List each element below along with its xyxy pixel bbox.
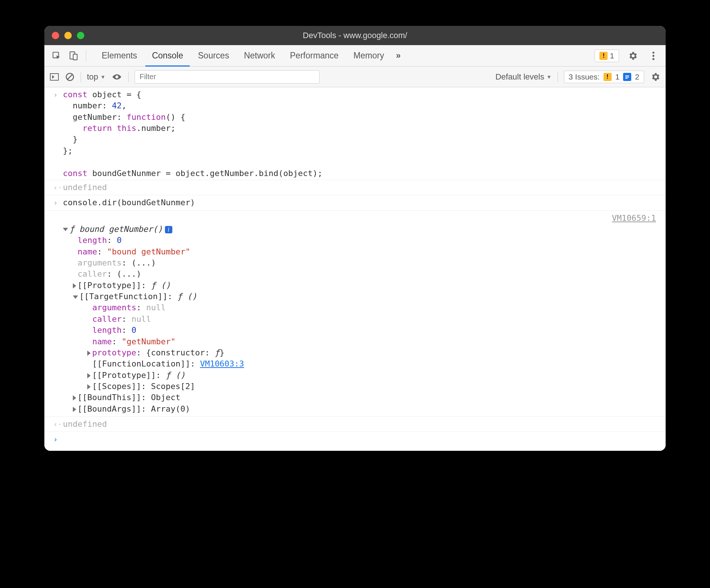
filter-input[interactable] <box>135 70 320 84</box>
log-levels-selector[interactable]: Default levels ▼ <box>496 72 552 82</box>
separator <box>558 72 558 82</box>
issues-warn-count: 1 <box>615 72 620 81</box>
tab-memory[interactable]: Memory <box>347 45 391 66</box>
prop-key: length <box>78 236 107 245</box>
prop-key: prototype <box>92 348 136 357</box>
svg-line-8 <box>68 74 72 79</box>
warning-icon: ! <box>599 52 608 60</box>
prop-val: null <box>146 303 166 312</box>
window-title: DevTools - www.google.com/ <box>303 31 407 40</box>
window-controls <box>52 32 84 39</box>
input-prompt-icon: › <box>53 435 58 444</box>
issues-info-count: 2 <box>635 72 639 81</box>
chevron-down-icon: ▼ <box>101 74 106 80</box>
toggle-sidebar-icon[interactable] <box>50 73 59 81</box>
console-settings-icon[interactable] <box>650 72 660 82</box>
prop-val: ƒ () <box>177 292 197 301</box>
svg-point-3 <box>652 51 654 53</box>
context-label: top <box>87 72 98 82</box>
expand-toggle[interactable] <box>87 371 92 380</box>
prop-val: "getNumber" <box>122 337 176 346</box>
expand-toggle[interactable] <box>87 348 92 357</box>
prop-val: {constructor: ƒ} <box>146 348 224 357</box>
issues-label: 3 Issues: <box>569 72 600 81</box>
tab-performance[interactable]: Performance <box>283 45 345 66</box>
device-toolbar-icon[interactable] <box>67 49 81 63</box>
prop-key: [[BoundArgs]] <box>78 404 141 413</box>
prop-val: ƒ () <box>151 281 170 290</box>
console-input-block: › const object = { number: 42, getNumber… <box>44 87 666 180</box>
tabs-overflow-button[interactable]: » <box>392 45 405 66</box>
prop-val: "bound getNumber" <box>107 247 190 256</box>
prop-val: 0 <box>131 325 136 335</box>
svg-point-4 <box>652 55 654 57</box>
live-expression-icon[interactable] <box>111 73 122 81</box>
prop-key: [[FunctionLocation]] <box>92 359 190 368</box>
inspect-element-icon[interactable] <box>50 49 64 63</box>
prop-key: [[Scopes]] <box>92 382 141 391</box>
clear-console-icon[interactable] <box>65 72 75 82</box>
dir-call: console.dir(boundGetNunmer) <box>63 197 660 208</box>
separator <box>81 72 81 82</box>
result-undefined: undefined <box>63 419 660 430</box>
prop-key: arguments <box>78 258 122 267</box>
info-icon <box>623 73 631 81</box>
close-window-button[interactable] <box>52 32 59 39</box>
prop-key: name <box>78 247 97 256</box>
code-snippet: const object = { number: 42, getNumber: … <box>63 89 660 179</box>
main-tabbar: Elements Console Sources Network Perform… <box>44 45 666 67</box>
warnings-count: 1 <box>610 51 614 60</box>
input-prompt-icon: › <box>53 198 63 208</box>
prop-val: Scopes[2] <box>151 382 195 391</box>
source-link[interactable]: VM10603:3 <box>200 359 244 368</box>
titlebar: DevTools - www.google.com/ <box>44 26 666 45</box>
prop-val: 0 <box>117 236 122 245</box>
object-dump: ƒ bound getNumber()i length: 0 name: "bo… <box>44 211 666 417</box>
tab-console[interactable]: Console <box>145 45 190 66</box>
expand-toggle[interactable] <box>73 281 78 290</box>
prop-key: [[BoundThis]] <box>78 393 141 402</box>
expand-toggle[interactable] <box>73 393 78 402</box>
prop-val: null <box>131 314 151 324</box>
source-reference-link[interactable]: VM10659:1 <box>612 213 660 224</box>
result-undefined: undefined <box>63 182 660 193</box>
info-badge-icon[interactable]: i <box>165 226 172 233</box>
console-prompt[interactable]: › <box>44 432 666 447</box>
prop-key: name <box>92 337 112 346</box>
svg-rect-10 <box>625 77 629 77</box>
settings-icon[interactable] <box>626 49 640 63</box>
maximize-window-button[interactable] <box>77 32 84 39</box>
separator <box>86 50 86 61</box>
expand-toggle[interactable] <box>73 404 78 413</box>
prop-val: Object <box>151 393 180 402</box>
prop-val: ƒ () <box>166 371 185 380</box>
expand-toggle[interactable] <box>63 224 70 234</box>
prop-key: caller <box>78 269 107 278</box>
more-options-icon[interactable] <box>646 49 660 63</box>
chevron-down-icon: ▼ <box>547 74 552 80</box>
context-selector[interactable]: top ▼ <box>87 72 105 82</box>
expand-toggle[interactable] <box>87 382 92 391</box>
prop-val: (...) <box>131 258 156 267</box>
separator <box>128 72 129 82</box>
prop-key: caller <box>92 314 121 324</box>
tab-sources[interactable]: Sources <box>191 45 236 66</box>
warnings-badge[interactable]: ! 1 <box>595 50 619 62</box>
warning-icon: ! <box>604 73 612 81</box>
console-input-row: › console.dir(boundGetNunmer) <box>44 195 666 210</box>
tab-network[interactable]: Network <box>237 45 282 66</box>
log-levels-label: Default levels <box>496 72 544 82</box>
minimize-window-button[interactable] <box>64 32 72 39</box>
issues-counter[interactable]: 3 Issues: ! 1 2 <box>564 71 644 83</box>
prop-key: [[Prototype]] <box>78 281 141 290</box>
prop-val: (...) <box>117 269 141 278</box>
expand-toggle[interactable] <box>73 292 80 301</box>
svg-rect-9 <box>625 75 629 76</box>
console-result-row: ‹· undefined <box>44 180 666 195</box>
prop-val: Array(0) <box>151 404 190 413</box>
prop-key: [[Prototype]] <box>92 371 156 380</box>
console-result-row: ‹· undefined <box>44 417 666 432</box>
tab-elements[interactable]: Elements <box>95 45 144 66</box>
fn-glyph: ƒ <box>70 224 80 234</box>
fn-header: bound getNumber() <box>80 224 163 234</box>
